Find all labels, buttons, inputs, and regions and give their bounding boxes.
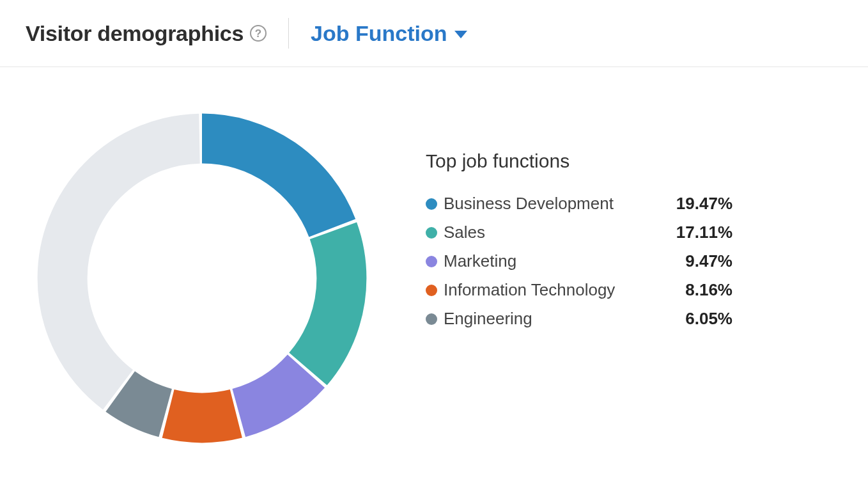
legend-title: Top job functions (426, 150, 732, 172)
legend-value: 9.47% (685, 251, 732, 271)
header: Visitor demographics ? Job Function (0, 0, 868, 67)
content: Top job functions Business Development19… (0, 67, 868, 470)
title-wrap: Visitor demographics ? (26, 21, 267, 46)
legend-value: 17.11% (676, 223, 732, 242)
legend-row: Engineering6.05% (426, 309, 732, 329)
legend-row: Information Technology8.16% (426, 280, 732, 300)
legend-value: 8.16% (685, 280, 732, 300)
legend-dot-icon (426, 198, 437, 210)
legend-row: Business Development19.47% (426, 194, 732, 214)
legend-value: 19.47% (676, 194, 732, 214)
page-title: Visitor demographics (26, 21, 244, 46)
legend-value: 6.05% (685, 309, 732, 329)
legend-label: Business Development (444, 194, 614, 214)
legend: Top job functions Business Development19… (426, 112, 732, 329)
legend-label: Engineering (444, 309, 532, 329)
legend-label: Information Technology (444, 280, 615, 300)
legend-dot-icon (426, 256, 437, 267)
legend-row: Marketing9.47% (426, 251, 732, 271)
legend-dot-icon (426, 227, 437, 239)
donut-chart (36, 112, 368, 444)
legend-dot-icon (426, 285, 437, 296)
legend-dot-icon (426, 313, 437, 325)
legend-row: Sales17.11% (426, 223, 732, 242)
vertical-divider (288, 18, 289, 49)
chevron-down-icon (454, 31, 467, 38)
help-icon[interactable]: ? (250, 25, 267, 42)
demographic-filter-dropdown[interactable]: Job Function (311, 21, 467, 46)
legend-label: Sales (444, 223, 485, 242)
legend-list: Business Development19.47%Sales17.11%Mar… (426, 194, 732, 329)
legend-label: Marketing (444, 251, 516, 271)
filter-label: Job Function (311, 21, 447, 46)
